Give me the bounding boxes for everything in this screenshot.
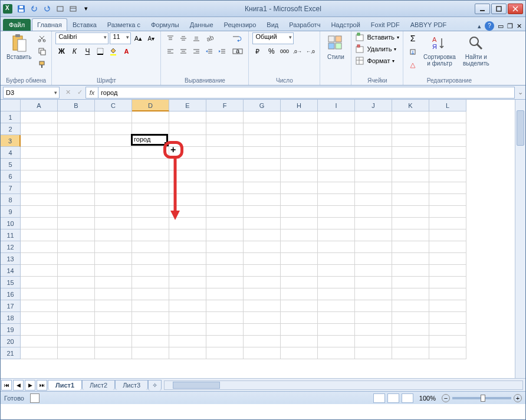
cell[interactable] [392, 135, 429, 147]
cell[interactable] [392, 182, 429, 194]
cell[interactable] [429, 182, 466, 194]
cell[interactable] [355, 218, 392, 229]
cell[interactable] [429, 300, 466, 312]
row-header[interactable]: 7 [1, 182, 21, 194]
cell[interactable] [392, 170, 429, 182]
cell[interactable] [132, 111, 169, 123]
row-header[interactable]: 4 [1, 147, 21, 159]
cell[interactable] [318, 277, 355, 288]
cell[interactable] [206, 241, 244, 253]
view-pagebreak-icon[interactable] [402, 393, 413, 403]
sheet-nav-next[interactable]: ▶ [25, 380, 35, 391]
cell[interactable] [21, 336, 58, 347]
sheet-nav-prev[interactable]: ◀ [13, 380, 24, 391]
insert-cells-button[interactable]: Вставить▾ [355, 32, 399, 42]
cell[interactable] [169, 300, 206, 312]
doc-restore-icon[interactable]: ❐ [507, 22, 513, 30]
cell[interactable] [206, 277, 244, 288]
cell[interactable] [429, 159, 466, 170]
cell[interactable] [169, 277, 206, 288]
cell[interactable] [132, 206, 169, 218]
cell[interactable] [244, 159, 281, 170]
increase-font-icon[interactable]: A▴ [132, 32, 144, 44]
tab-addins[interactable]: Надстрой [326, 18, 365, 31]
cell[interactable] [21, 206, 58, 218]
view-layout-icon[interactable] [387, 393, 399, 403]
cell[interactable] [206, 123, 244, 135]
cell[interactable] [318, 336, 355, 347]
row-header[interactable]: 11 [1, 229, 21, 241]
cell[interactable] [392, 206, 429, 218]
column-header[interactable]: K [392, 100, 429, 111]
cell[interactable] [281, 324, 318, 336]
cell[interactable] [58, 241, 95, 253]
cut-icon[interactable] [36, 32, 48, 44]
currency-icon[interactable]: ₽ [252, 45, 264, 57]
cell[interactable] [281, 218, 318, 229]
cell[interactable] [281, 123, 318, 135]
cell[interactable] [318, 111, 355, 123]
row-header[interactable]: 19 [1, 324, 21, 336]
bold-button[interactable]: Ж [55, 45, 67, 57]
row-header[interactable]: 20 [1, 336, 21, 347]
cell[interactable] [95, 253, 132, 265]
cell[interactable] [281, 170, 318, 182]
cell[interactable] [244, 288, 281, 300]
expand-formula-icon[interactable]: ⌄ [515, 88, 525, 96]
cell[interactable] [392, 159, 429, 170]
undo-icon[interactable] [29, 4, 40, 14]
cell[interactable] [392, 277, 429, 288]
underline-button[interactable]: Ч [81, 45, 93, 57]
cell[interactable] [355, 288, 392, 300]
maximize-button[interactable] [491, 4, 507, 14]
font-color-icon[interactable]: A [120, 45, 132, 57]
cell[interactable] [392, 336, 429, 347]
cell[interactable] [429, 324, 466, 336]
cell[interactable] [132, 182, 169, 194]
cell[interactable] [58, 170, 95, 182]
cell[interactable] [206, 194, 244, 206]
cell[interactable] [132, 324, 169, 336]
cell[interactable] [318, 312, 355, 324]
cell[interactable] [281, 347, 318, 359]
cell[interactable] [244, 265, 281, 277]
cell[interactable] [169, 265, 206, 277]
cell[interactable] [318, 123, 355, 135]
cell[interactable] [58, 229, 95, 241]
cell[interactable] [206, 111, 244, 123]
ribbon-minimize-icon[interactable]: ▴ [478, 22, 481, 30]
cell[interactable] [281, 206, 318, 218]
formula-input[interactable]: город [98, 87, 515, 99]
cell[interactable] [95, 170, 132, 182]
align-center-icon[interactable] [177, 45, 189, 57]
tab-formulas[interactable]: Формулы [146, 18, 185, 31]
cell[interactable] [318, 182, 355, 194]
cell[interactable] [244, 253, 281, 265]
tab-insert[interactable]: Вставка [67, 18, 102, 31]
file-tab[interactable]: Файл [3, 19, 31, 31]
qat-btn[interactable] [68, 4, 78, 14]
cell[interactable] [132, 336, 169, 347]
cell[interactable] [21, 241, 58, 253]
cell[interactable] [355, 253, 392, 265]
tab-view[interactable]: Вид [261, 18, 284, 31]
doc-close-icon[interactable]: ✕ [517, 22, 522, 30]
cell[interactable] [318, 147, 355, 159]
cell[interactable] [244, 347, 281, 359]
cell[interactable] [58, 277, 95, 288]
cell[interactable] [95, 265, 132, 277]
cell[interactable] [58, 300, 95, 312]
cell[interactable] [206, 159, 244, 170]
cell[interactable] [21, 111, 58, 123]
cell[interactable] [281, 253, 318, 265]
cell[interactable] [169, 123, 206, 135]
row-header[interactable]: 1 [1, 111, 21, 123]
minimize-button[interactable] [475, 4, 490, 14]
cell[interactable] [21, 324, 58, 336]
column-header[interactable]: D [132, 100, 169, 111]
align-middle-icon[interactable] [177, 32, 189, 44]
cell[interactable] [355, 241, 392, 253]
cell[interactable] [281, 147, 318, 159]
cell[interactable] [318, 135, 355, 147]
cell[interactable] [132, 277, 169, 288]
